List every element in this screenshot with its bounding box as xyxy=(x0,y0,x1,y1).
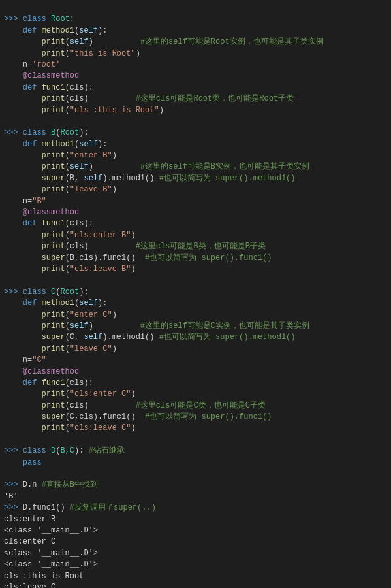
builtin-print-8: print xyxy=(42,231,65,240)
output-1: 'B' xyxy=(4,492,18,501)
comment-11: #直接从B中找到 xyxy=(42,480,98,489)
builtin-print-11: print xyxy=(42,310,65,319)
prompt-4: >>> xyxy=(4,446,23,455)
self-3: self xyxy=(79,140,98,149)
prompt-2: >>> xyxy=(4,128,23,137)
builtin-print-4: print xyxy=(42,106,65,115)
str-9: "cls:enter C" xyxy=(70,389,131,399)
kw-def-4: def xyxy=(23,219,37,228)
decorator-classmethod-2: @classmethod xyxy=(23,208,79,217)
kw-class-2: class xyxy=(23,128,46,137)
str-7: "enter C" xyxy=(70,310,112,319)
self-8: self xyxy=(84,333,102,342)
str-n-c: "C" xyxy=(32,355,46,365)
fn-func1-root: func1 xyxy=(42,83,65,92)
builtin-print-16: print xyxy=(42,423,65,433)
self-6: self xyxy=(79,299,98,308)
builtin-super-1: super xyxy=(42,174,65,183)
comment-7: #这里的self可能是C实例，也可能是其子类实例 xyxy=(140,321,309,331)
fn-func1-b: func1 xyxy=(42,219,65,228)
kw-def-2: def xyxy=(23,83,37,92)
prompt-1: >>> xyxy=(4,14,23,24)
kw-def-1: def xyxy=(23,26,37,35)
builtin-print-13: print xyxy=(42,344,65,353)
self-2: self xyxy=(70,37,89,46)
class-d-parents: B,C xyxy=(60,446,74,455)
kw-def-6: def xyxy=(23,378,37,387)
builtin-print-9: print xyxy=(42,242,65,251)
kw-def-5: def xyxy=(23,299,37,308)
builtin-print-3: print xyxy=(42,94,65,103)
str-6: "cls:leave B" xyxy=(70,265,131,274)
builtin-print-6: print xyxy=(42,162,65,171)
builtin-print-14: print xyxy=(42,389,65,399)
decorator-classmethod-1: @classmethod xyxy=(23,71,79,80)
decorator-classmethod-3: @classmethod xyxy=(23,367,79,376)
comment-3: #这里的self可能是B实例，也可能是其子类实例 xyxy=(140,162,309,171)
self-7: self xyxy=(70,321,89,331)
builtin-print-15: print xyxy=(42,401,65,410)
class-b-name: B xyxy=(51,128,55,137)
str-4: "leave B" xyxy=(70,185,112,194)
kw-pass: pass xyxy=(23,458,42,467)
str-3: "enter B" xyxy=(70,151,112,160)
class-c-name: C xyxy=(51,287,55,297)
class-c-root: Root xyxy=(60,287,79,297)
str-1: "this is Root" xyxy=(70,49,136,58)
comment-2: #这里cls可能是Root类，也可能是Root子类 xyxy=(136,94,294,103)
str-8: "leave C" xyxy=(70,344,112,353)
builtin-print-2: print xyxy=(42,49,65,58)
comment-diamond: #钻石继承 xyxy=(89,446,125,455)
builtin-print-7: print xyxy=(42,185,65,194)
comment-5: #这里cls可能是B类，也可能是B子类 xyxy=(136,242,266,251)
builtin-super-3: super xyxy=(42,333,65,342)
self-1: self xyxy=(79,26,98,35)
fn-method1-b: method1 xyxy=(42,140,74,149)
comment-8: #也可以简写为 super().method1() xyxy=(159,333,296,342)
comment-6: #也可以简写为 super().func1() xyxy=(145,253,272,263)
str-5: "cls:enter B" xyxy=(70,231,131,240)
builtin-print-12: print xyxy=(42,321,65,331)
self-5: self xyxy=(84,174,102,183)
fn-func1-c: func1 xyxy=(42,378,65,387)
prompt-3: >>> xyxy=(4,287,23,297)
class-b-root: Root xyxy=(60,128,79,137)
str-2: "cls :this is Root" xyxy=(70,106,159,115)
builtin-print-5: print xyxy=(42,151,65,160)
str-10: "cls:leave C" xyxy=(70,423,131,433)
builtin-print-1: print xyxy=(42,37,65,46)
kw-class-3: class xyxy=(23,287,46,297)
str-n-b: "B" xyxy=(32,197,46,206)
fn-method1-c: method1 xyxy=(42,299,74,308)
builtin-super-4: super xyxy=(42,412,65,421)
comment-12: #反复调用了super(..) xyxy=(70,503,156,512)
str-n-root: 'root' xyxy=(32,60,60,69)
comment-9: #这里cls可能是C类，也可能是C子类 xyxy=(136,401,266,410)
kw-def-3: def xyxy=(23,140,37,149)
comment-4: #也可以简写为 super().method1() xyxy=(159,174,296,183)
comment-1: #这里的self可能是Root实例，也可能是其子类实例 xyxy=(140,37,324,46)
output-2: cls:enter B <class '__main__.D'> cls:ent… xyxy=(4,515,98,588)
prompt-6: >>> xyxy=(4,503,23,512)
comment-10: #也可以简写为 super().func1() xyxy=(145,412,272,421)
code-editor: >>> class Root: def method1(self): print… xyxy=(0,0,391,588)
kw-class-4: class xyxy=(23,446,46,455)
prompt-5: >>> xyxy=(4,480,23,489)
builtin-super-2: super xyxy=(42,253,65,263)
class-root-name: Root xyxy=(51,14,70,24)
fn-method1-root: method1 xyxy=(42,26,74,35)
class-d-name: D xyxy=(51,446,55,455)
kw-class-1: class xyxy=(23,14,46,24)
builtin-print-10: print xyxy=(42,265,65,274)
self-4: self xyxy=(70,162,89,171)
